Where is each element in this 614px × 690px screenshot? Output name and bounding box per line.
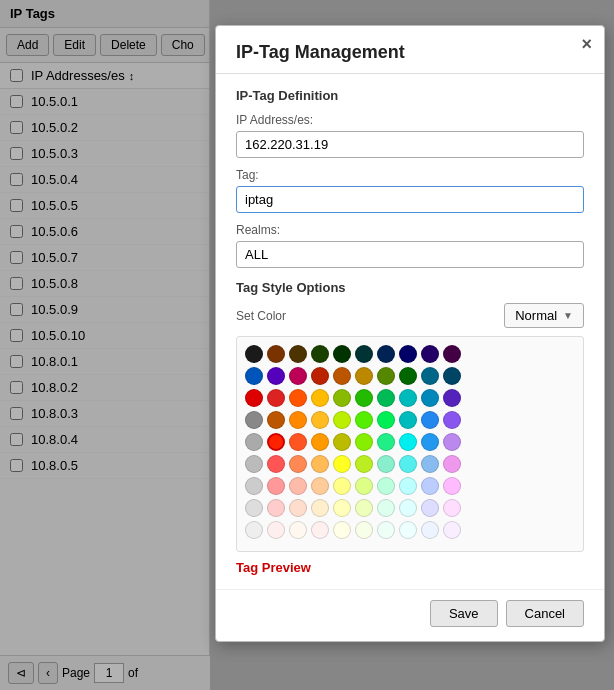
color-dot[interactable] — [355, 367, 373, 385]
color-dot[interactable] — [377, 389, 395, 407]
close-button[interactable]: × — [581, 34, 592, 55]
color-dot[interactable] — [311, 499, 329, 517]
color-dot[interactable] — [355, 345, 373, 363]
color-dot[interactable] — [443, 433, 461, 451]
color-dot[interactable] — [333, 389, 351, 407]
color-dot[interactable] — [399, 345, 417, 363]
color-dot[interactable] — [245, 367, 263, 385]
color-dot[interactable] — [443, 499, 461, 517]
color-dot[interactable] — [245, 499, 263, 517]
color-dot[interactable] — [443, 477, 461, 495]
color-dot[interactable] — [421, 521, 439, 539]
color-dot[interactable] — [355, 433, 373, 451]
color-dot[interactable] — [421, 499, 439, 517]
color-dot[interactable] — [289, 411, 307, 429]
color-dot[interactable] — [421, 433, 439, 451]
tag-preview[interactable]: Tag Preview — [236, 560, 584, 575]
color-dot[interactable] — [245, 477, 263, 495]
color-dot[interactable] — [333, 411, 351, 429]
color-dot[interactable] — [311, 367, 329, 385]
color-dot[interactable] — [245, 345, 263, 363]
color-dot[interactable] — [311, 521, 329, 539]
color-dot[interactable] — [421, 367, 439, 385]
color-dot[interactable] — [267, 389, 285, 407]
color-dot[interactable] — [333, 521, 351, 539]
color-row — [245, 477, 575, 495]
color-dot[interactable] — [333, 455, 351, 473]
color-dot[interactable] — [377, 499, 395, 517]
color-dot[interactable] — [245, 389, 263, 407]
color-dot[interactable] — [377, 477, 395, 495]
color-dot[interactable] — [311, 477, 329, 495]
color-dot[interactable] — [399, 389, 417, 407]
color-dot[interactable] — [267, 477, 285, 495]
color-dot[interactable] — [443, 345, 461, 363]
color-dot[interactable] — [267, 345, 285, 363]
color-dot[interactable] — [421, 389, 439, 407]
color-dot[interactable] — [399, 411, 417, 429]
color-dot[interactable] — [421, 477, 439, 495]
color-dot[interactable] — [443, 411, 461, 429]
color-dot[interactable] — [377, 455, 395, 473]
color-dot[interactable] — [245, 411, 263, 429]
color-dot[interactable] — [443, 367, 461, 385]
color-dot[interactable] — [267, 521, 285, 539]
color-dot[interactable] — [399, 455, 417, 473]
color-dot[interactable] — [421, 345, 439, 363]
color-dot[interactable] — [267, 411, 285, 429]
ip-address-input[interactable] — [236, 131, 584, 158]
color-dot[interactable] — [289, 455, 307, 473]
color-dot[interactable] — [289, 345, 307, 363]
color-dot[interactable] — [355, 521, 373, 539]
color-dot[interactable] — [399, 477, 417, 495]
tag-input[interactable] — [236, 186, 584, 213]
color-dot[interactable] — [311, 455, 329, 473]
color-dot[interactable] — [245, 433, 263, 451]
color-dot[interactable] — [267, 433, 285, 451]
color-dot[interactable] — [333, 477, 351, 495]
color-dot[interactable] — [333, 345, 351, 363]
color-dot[interactable] — [333, 499, 351, 517]
color-dot[interactable] — [267, 455, 285, 473]
color-dot[interactable] — [289, 477, 307, 495]
color-dot[interactable] — [377, 345, 395, 363]
color-dot[interactable] — [289, 499, 307, 517]
realms-input[interactable] — [236, 241, 584, 268]
color-dot[interactable] — [399, 499, 417, 517]
color-dot[interactable] — [443, 455, 461, 473]
color-dot[interactable] — [289, 433, 307, 451]
color-dot[interactable] — [399, 521, 417, 539]
save-button[interactable]: Save — [430, 600, 498, 627]
color-dot[interactable] — [377, 411, 395, 429]
color-dot[interactable] — [355, 455, 373, 473]
color-dot[interactable] — [355, 477, 373, 495]
cancel-button[interactable]: Cancel — [506, 600, 584, 627]
color-dot[interactable] — [245, 521, 263, 539]
color-dot[interactable] — [267, 499, 285, 517]
color-dot[interactable] — [289, 389, 307, 407]
color-dot[interactable] — [311, 433, 329, 451]
normal-dropdown[interactable]: Normal ▼ — [504, 303, 584, 328]
color-dot[interactable] — [311, 389, 329, 407]
color-dot[interactable] — [245, 455, 263, 473]
color-dot[interactable] — [311, 345, 329, 363]
color-dot[interactable] — [355, 499, 373, 517]
color-grid — [236, 336, 584, 552]
color-dot[interactable] — [443, 521, 461, 539]
color-dot[interactable] — [443, 389, 461, 407]
color-dot[interactable] — [421, 455, 439, 473]
color-dot[interactable] — [377, 367, 395, 385]
color-dot[interactable] — [267, 367, 285, 385]
color-dot[interactable] — [289, 367, 307, 385]
color-dot[interactable] — [333, 367, 351, 385]
color-dot[interactable] — [399, 367, 417, 385]
color-dot[interactable] — [377, 521, 395, 539]
color-dot[interactable] — [377, 433, 395, 451]
color-dot[interactable] — [355, 411, 373, 429]
color-dot[interactable] — [333, 433, 351, 451]
color-dot[interactable] — [289, 521, 307, 539]
color-dot[interactable] — [399, 433, 417, 451]
color-dot[interactable] — [421, 411, 439, 429]
color-dot[interactable] — [355, 389, 373, 407]
color-dot[interactable] — [311, 411, 329, 429]
